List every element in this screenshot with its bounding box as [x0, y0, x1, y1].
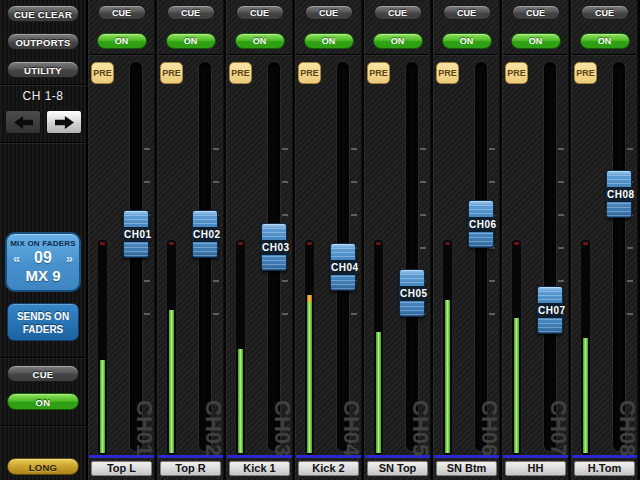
fader-cap[interactable]: CH02	[192, 210, 218, 258]
meter-fill	[445, 300, 450, 453]
fader-scale-tick	[213, 280, 219, 282]
fader-cap[interactable]: CH03	[261, 223, 287, 271]
channel-name-box[interactable]: Top L	[91, 461, 152, 476]
cue-clear-button[interactable]: CUE CLEAR	[7, 5, 79, 22]
fader-scale-tick	[144, 148, 150, 150]
channel-name-box[interactable]: SN Top	[367, 461, 428, 476]
fader-track[interactable]	[613, 62, 625, 451]
on-button[interactable]: ON	[580, 33, 630, 49]
mix-next-chevron-icon[interactable]: »	[66, 251, 73, 266]
fader-scale-tick	[282, 214, 288, 216]
fader-scale-tick	[351, 313, 357, 315]
fader-cap[interactable]: CH06	[468, 200, 494, 248]
level-meter	[581, 240, 590, 455]
clip-led	[514, 242, 519, 245]
fader-cap[interactable]: CH05	[399, 269, 425, 317]
fader-cap[interactable]: CH08	[606, 170, 632, 218]
on-button[interactable]: ON	[373, 33, 423, 49]
mix-prev-chevron-icon[interactable]: «	[13, 251, 20, 266]
pre-badge[interactable]: PRE	[229, 62, 252, 84]
clip-led	[376, 242, 381, 245]
pre-badge[interactable]: PRE	[91, 62, 114, 84]
channel-bank-next-button[interactable]	[46, 110, 82, 134]
level-meter	[374, 240, 383, 455]
fader-track[interactable]	[544, 62, 556, 451]
on-button[interactable]: ON	[442, 33, 492, 49]
channel-name-box[interactable]: Kick 1	[229, 461, 290, 476]
on-button[interactable]: ON	[166, 33, 216, 49]
fader-scale-tick	[420, 214, 426, 216]
divider	[573, 54, 636, 55]
channel-name-box[interactable]: H.Tom	[574, 461, 635, 476]
fader-cap[interactable]: CH01	[123, 210, 149, 258]
utility-button[interactable]: UTILITY	[7, 61, 79, 78]
sends-on-faders-button[interactable]: SENDS ON FADERS	[7, 303, 79, 341]
cue-button[interactable]: CUE	[443, 5, 491, 20]
divider	[0, 142, 86, 143]
outports-button[interactable]: OUTPORTS	[7, 33, 79, 50]
meter-peak-tip	[307, 295, 312, 302]
fader-scale-tick	[489, 148, 495, 150]
fader-scale-tick	[213, 148, 219, 150]
long-faders-button[interactable]: LONG FADERS	[7, 458, 79, 475]
mix-on-faders-title: MIX ON FADERS	[7, 239, 79, 248]
on-button[interactable]: ON	[511, 33, 561, 49]
cue-button[interactable]: CUE	[512, 5, 560, 20]
fader-track[interactable]	[475, 62, 487, 451]
master-cue-button[interactable]: CUE	[7, 365, 79, 382]
cue-button[interactable]: CUE	[374, 5, 422, 20]
level-meter	[167, 240, 176, 455]
channel-strip-ch02: CUE ON PRE CH02 CH02 Top R	[157, 0, 224, 480]
pre-badge[interactable]: PRE	[367, 62, 390, 84]
cue-button[interactable]: CUE	[581, 5, 629, 20]
channel-id-watermark: CH04	[340, 400, 362, 456]
meter-fill	[100, 360, 105, 453]
fader-cap[interactable]: CH04	[330, 243, 356, 291]
mix-on-faders-panel[interactable]: MIX ON FADERS « 09 » MX 9	[5, 232, 81, 292]
fader-scale-tick	[489, 181, 495, 183]
meter-fill	[514, 318, 519, 453]
pre-badge[interactable]: PRE	[436, 62, 459, 84]
fader-scale-tick	[144, 313, 150, 315]
fader-cap-label: CH07	[538, 303, 562, 318]
pre-badge[interactable]: PRE	[160, 62, 183, 84]
divider	[0, 425, 86, 426]
cue-button[interactable]: CUE	[98, 5, 146, 20]
divider	[228, 54, 291, 55]
on-button[interactable]: ON	[304, 33, 354, 49]
clip-led	[100, 242, 105, 245]
fader-scale-tick	[351, 148, 357, 150]
fader-scale-tick	[420, 148, 426, 150]
fader-cap-label: CH08	[607, 187, 631, 202]
fader-scale-tick	[213, 313, 219, 315]
pre-badge[interactable]: PRE	[298, 62, 321, 84]
divider	[435, 54, 498, 55]
pre-badge[interactable]: PRE	[574, 62, 597, 84]
channel-strip-ch05: CUE ON PRE CH05 CH05 SN Top	[364, 0, 431, 480]
fader-track[interactable]	[406, 62, 418, 451]
mixer-screen: CUE CLEAR OUTPORTS UTILITY CH 1-8 MIX ON…	[0, 0, 640, 480]
fader-cap[interactable]: CH07	[537, 286, 563, 334]
right-arrow-icon	[55, 116, 74, 129]
channel-bank-prev-button[interactable]	[5, 110, 41, 134]
fader-scale-tick	[282, 181, 288, 183]
on-button[interactable]: ON	[235, 33, 285, 49]
pre-badge[interactable]: PRE	[505, 62, 528, 84]
divider	[90, 54, 153, 55]
cue-button[interactable]: CUE	[167, 5, 215, 20]
channel-strip-ch07: CUE ON PRE CH07 CH07 HH	[502, 0, 569, 480]
fader-scale-tick	[627, 247, 633, 249]
cue-button[interactable]: CUE	[305, 5, 353, 20]
level-meter	[236, 240, 245, 455]
cue-button[interactable]: CUE	[236, 5, 284, 20]
master-on-button[interactable]: ON	[7, 393, 79, 410]
fader-scale-tick	[558, 148, 564, 150]
sidebar: CUE CLEAR OUTPORTS UTILITY CH 1-8 MIX ON…	[0, 0, 88, 480]
channel-name-box[interactable]: HH	[505, 461, 566, 476]
fader-scale-tick	[351, 181, 357, 183]
channel-name-box[interactable]: SN Btm	[436, 461, 497, 476]
on-button[interactable]: ON	[97, 33, 147, 49]
channel-name-box[interactable]: Kick 2	[298, 461, 359, 476]
channel-id-watermark: CH06	[478, 400, 500, 456]
channel-name-box[interactable]: Top R	[160, 461, 221, 476]
